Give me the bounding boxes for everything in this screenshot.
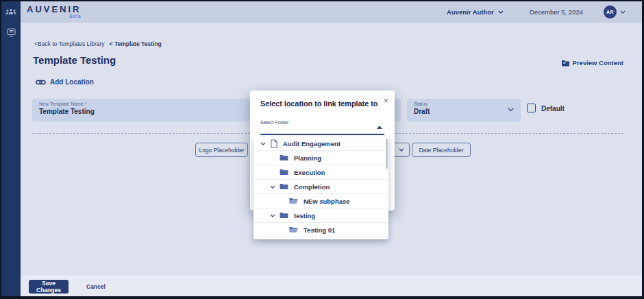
team-icon[interactable]	[5, 7, 17, 16]
folder-icon	[280, 183, 288, 190]
role-dropdown[interactable]: Auvenir Author	[447, 8, 504, 16]
chevron-down-icon	[498, 10, 504, 14]
status-value: Draft	[414, 108, 514, 115]
templates-library-icon[interactable]	[5, 27, 17, 37]
scrollbar-thumb[interactable]	[386, 139, 388, 169]
breadcrumb: <Back to Templates Library < Template Te…	[34, 40, 162, 47]
default-checkbox-label: Default	[541, 105, 565, 112]
breadcrumb-current[interactable]: < Template Testing	[110, 40, 162, 47]
select-folder-dropdown[interactable]: Select Folder	[260, 117, 384, 135]
tree-item-label: Execution	[294, 169, 325, 176]
header-right-group: Auvenir Author December 5, 2024 AR	[447, 5, 642, 19]
tree-item[interactable]: Completion	[253, 180, 388, 194]
link-icon	[36, 79, 46, 86]
folder-icon	[280, 212, 288, 219]
tree-item[interactable]: Planning	[253, 151, 388, 165]
add-location-button[interactable]: Add Location	[36, 78, 94, 86]
tree-item-label: Testing 01	[304, 226, 335, 234]
current-date: December 5, 2024	[530, 8, 583, 16]
tree-item[interactable]: Audit Engagement	[253, 136, 388, 151]
chevron-up-icon	[377, 125, 382, 129]
logo-beta-tag: Beta	[27, 14, 82, 19]
chevron-down-icon	[399, 148, 404, 152]
select-folder-label: Select Folder	[260, 117, 384, 125]
add-location-label: Add Location	[50, 78, 94, 86]
date-placeholder-button[interactable]: Date Placeholder	[412, 143, 471, 157]
preview-content-label: Preview Content	[573, 59, 623, 67]
preview-folder-icon	[561, 60, 570, 67]
tree-item-label: NEw subphase	[304, 198, 350, 205]
left-nav-sidebar	[1, 1, 21, 296]
role-dropdown-label: Auvenir Author	[447, 8, 494, 16]
tree-item[interactable]: testing	[253, 208, 388, 223]
top-header-bar: AUVENIR Beta Auvenir Author December 5, …	[21, 1, 642, 23]
tree-item-label: Planning	[294, 154, 321, 162]
app-window: AUVENIR Beta Auvenir Author December 5, …	[0, 0, 644, 299]
cancel-button[interactable]: Cancel	[86, 283, 106, 290]
default-checkbox[interactable]	[527, 104, 536, 112]
brand-logo[interactable]: AUVENIR Beta	[27, 5, 82, 19]
chevron-down-icon[interactable]	[270, 185, 275, 189]
avatar[interactable]: AR	[604, 5, 617, 19]
folder-tree: Audit Engagement Planning Execution	[253, 136, 388, 239]
folder-icon	[280, 154, 288, 161]
profile-menu[interactable]: AR	[604, 5, 626, 19]
page-title: Template Testing	[33, 54, 116, 66]
tree-item[interactable]: NEw subphase	[253, 194, 388, 208]
save-changes-button[interactable]: Save Changes	[29, 280, 69, 294]
document-icon	[270, 139, 277, 148]
tree-item-label: Completion	[294, 183, 330, 191]
preview-content-button[interactable]: Preview Content	[561, 59, 623, 67]
chevron-down-icon	[508, 108, 514, 112]
logo-placeholder-button[interactable]: Logo Placeholder	[195, 143, 248, 157]
status-select[interactable]: Status Draft	[407, 99, 521, 121]
folder-open-icon	[289, 198, 298, 204]
status-label: Status	[414, 101, 514, 106]
tree-item[interactable]: Execution	[253, 165, 388, 180]
folder-open-icon	[289, 226, 298, 233]
breadcrumb-back-link[interactable]: <Back to Templates Library	[34, 40, 105, 47]
chevron-down-icon[interactable]	[270, 214, 275, 217]
tree-item[interactable]: Testing 01	[253, 223, 388, 237]
folder-icon	[280, 169, 288, 176]
modal-title: Select location to link template to	[260, 99, 377, 108]
logo-text: AUVENIR	[27, 5, 82, 14]
tree-item-label: Audit Engagement	[283, 140, 340, 147]
tree-item-label: testing	[294, 212, 315, 219]
chevron-down-icon[interactable]	[260, 142, 266, 145]
footer-action-bar: Save Changes Cancel	[21, 276, 642, 296]
chevron-down-icon	[620, 10, 626, 14]
close-icon[interactable]: ×	[383, 96, 388, 105]
